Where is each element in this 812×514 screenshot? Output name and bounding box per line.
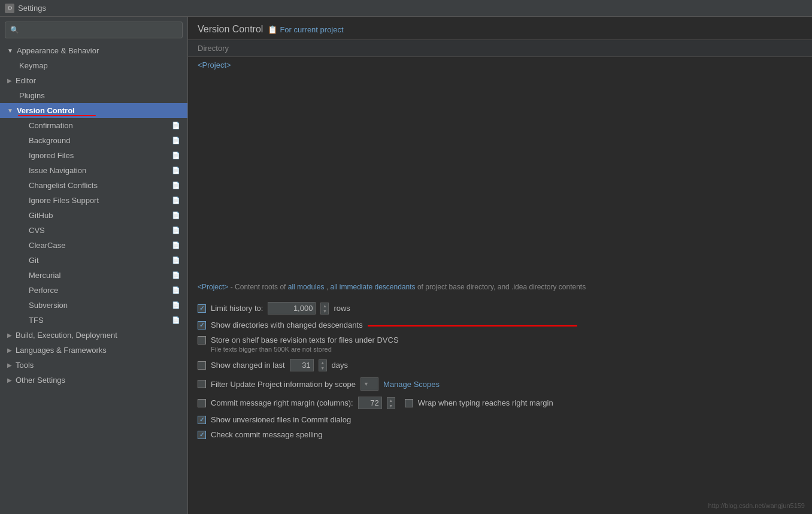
show-directories-label: Show directories with changed descendant… bbox=[211, 321, 363, 329]
page-icon: 📄 bbox=[172, 196, 180, 204]
wrap-checkbox[interactable] bbox=[405, 399, 413, 407]
sidebar-item-tfs[interactable]: TFS 📄 bbox=[0, 313, 187, 328]
show-directories-checkbox[interactable] bbox=[198, 321, 206, 329]
page-icon: 📄 bbox=[172, 271, 180, 279]
arrow-icon: ▶ bbox=[7, 377, 12, 383]
all-descendants-ref: all immediate descendants bbox=[330, 283, 415, 291]
commit-margin-label: Commit message right margin (columns): bbox=[211, 398, 353, 407]
spinner-up-3[interactable]: ▲ bbox=[387, 398, 395, 403]
project-ref: <Project> bbox=[198, 283, 228, 291]
filter-scope-select[interactable]: ▼ bbox=[360, 377, 378, 391]
page-icon: 📄 bbox=[172, 182, 180, 189]
sidebar-item-github[interactable]: GitHub 📄 bbox=[0, 208, 187, 223]
content-header: Version Control 📋 For current project bbox=[188, 17, 812, 40]
all-modules-ref: all modules bbox=[288, 283, 325, 291]
sidebar-item-build[interactable]: ▶ Build, Execution, Deployment bbox=[0, 328, 187, 343]
sidebar-item-version-control[interactable]: ▼ Version Control bbox=[0, 103, 187, 118]
show-changed-spinner[interactable]: ▲ ▼ bbox=[319, 359, 327, 371]
sidebar-item-languages[interactable]: ▶ Languages & Frameworks bbox=[0, 343, 187, 358]
store-on-shelf-note: File texts bigger than 500K are not stor… bbox=[211, 346, 802, 353]
show-unversioned-label: Show unversioned files in Commit dialog bbox=[211, 415, 351, 424]
check-spelling-row: Check commit message spelling bbox=[198, 430, 802, 439]
directory-header: Directory bbox=[188, 40, 812, 57]
info-text: <Project> - Content roots of all modules… bbox=[188, 277, 812, 297]
sidebar-item-confirmation[interactable]: Confirmation 📄 bbox=[0, 118, 187, 133]
limit-history-row: Limit history to: ▲ ▼ rows bbox=[198, 302, 802, 315]
spinner-down-3[interactable]: ▼ bbox=[387, 403, 395, 409]
limit-history-input[interactable] bbox=[268, 302, 316, 315]
sidebar-item-clearcase[interactable]: ClearCase 📄 bbox=[0, 238, 187, 253]
page-icon: 📄 bbox=[172, 316, 180, 324]
limit-history-spinner[interactable]: ▲ ▼ bbox=[320, 303, 329, 315]
table-row: <Project> bbox=[188, 57, 812, 74]
sidebar-item-keymap[interactable]: Keymap bbox=[0, 58, 187, 73]
content-area: Version Control 📋 For current project Di… bbox=[188, 17, 812, 514]
show-changed-input[interactable] bbox=[290, 359, 314, 371]
store-on-shelf-label: Store on shelf base revision texts for f… bbox=[211, 335, 399, 344]
filter-update-row: Filter Update Project information by sco… bbox=[198, 377, 802, 391]
commit-margin-spinner[interactable]: ▲ ▼ bbox=[387, 397, 395, 409]
title-bar-text: Settings bbox=[18, 4, 46, 13]
limit-history-suffix: rows bbox=[334, 304, 350, 313]
sidebar-item-changelist-conflicts[interactable]: Changelist Conflicts 📄 bbox=[0, 178, 187, 193]
sidebar-item-mercurial[interactable]: Mercurial 📄 bbox=[0, 268, 187, 283]
main-layout: 🔍 ▼ Appearance & Behavior Keymap ▶ Edito… bbox=[0, 17, 812, 514]
arrow-icon: ▼ bbox=[7, 47, 13, 54]
commit-margin-checkbox[interactable] bbox=[198, 399, 206, 407]
spinner-down[interactable]: ▼ bbox=[321, 309, 328, 314]
show-directories-row: Show directories with changed descendant… bbox=[198, 321, 802, 329]
check-spelling-label: Check commit message spelling bbox=[211, 430, 322, 439]
sidebar-item-other[interactable]: ▶ Other Settings bbox=[0, 373, 187, 388]
page-icon: 📄 bbox=[172, 226, 180, 234]
sidebar: 🔍 ▼ Appearance & Behavior Keymap ▶ Edito… bbox=[0, 17, 188, 514]
empty-area bbox=[188, 73, 812, 277]
title-bar: ⚙ Settings bbox=[0, 0, 812, 17]
show-changed-label: Show changed in last bbox=[211, 361, 285, 370]
content-body: Directory <Project> <Project> - Content … bbox=[188, 40, 812, 514]
sidebar-item-ignored-files[interactable]: Ignored Files 📄 bbox=[0, 148, 187, 163]
sidebar-item-git[interactable]: Git 📄 bbox=[0, 253, 187, 268]
sidebar-item-appearance[interactable]: ▼ Appearance & Behavior bbox=[0, 43, 187, 58]
sidebar-item-cvs[interactable]: CVS 📄 bbox=[0, 223, 187, 238]
sidebar-item-ignore-files-support[interactable]: Ignore Files Support 📄 bbox=[0, 193, 187, 208]
check-spelling-checkbox[interactable] bbox=[198, 431, 206, 439]
page-icon: 📄 bbox=[172, 122, 180, 129]
page-icon: 📄 bbox=[172, 137, 180, 144]
sidebar-item-plugins[interactable]: Plugins bbox=[0, 88, 187, 103]
commit-margin-input[interactable] bbox=[358, 397, 382, 409]
sidebar-item-background[interactable]: Background 📄 bbox=[0, 133, 187, 148]
sidebar-item-perforce[interactable]: Perforce 📄 bbox=[0, 283, 187, 298]
filter-update-checkbox[interactable] bbox=[198, 380, 206, 388]
wrap-label: Wrap when typing reaches right margin bbox=[418, 398, 553, 407]
search-input[interactable] bbox=[23, 26, 177, 35]
limit-history-checkbox[interactable] bbox=[198, 304, 206, 313]
arrow-icon: ▶ bbox=[7, 362, 12, 368]
sidebar-item-issue-navigation[interactable]: Issue Navigation 📄 bbox=[0, 163, 187, 178]
spinner-up[interactable]: ▲ bbox=[321, 303, 328, 309]
page-icon: 📄 bbox=[172, 152, 180, 159]
spinner-down-2[interactable]: ▼ bbox=[319, 365, 326, 371]
project-row: <Project> bbox=[188, 57, 812, 74]
page-icon: 📄 bbox=[172, 256, 180, 264]
filter-update-label: Filter Update Project information by sco… bbox=[211, 380, 356, 389]
page-icon: 📄 bbox=[172, 211, 180, 219]
store-on-shelf-checkbox[interactable] bbox=[198, 336, 206, 344]
manage-scopes-link[interactable]: Manage Scopes bbox=[383, 380, 440, 389]
sidebar-item-subversion[interactable]: Subversion 📄 bbox=[0, 298, 187, 313]
sidebar-item-tools[interactable]: ▶ Tools bbox=[0, 358, 187, 373]
spinner-up-2[interactable]: ▲ bbox=[319, 360, 326, 365]
store-on-shelf-row: Store on shelf base revision texts for f… bbox=[198, 335, 802, 344]
arrow-icon: ▶ bbox=[7, 77, 12, 84]
search-icon: 🔍 bbox=[10, 26, 19, 34]
watermark: http://blog.csdn.net/wangjun5159 bbox=[708, 502, 805, 509]
arrow-icon: ▶ bbox=[7, 347, 12, 353]
sidebar-item-editor[interactable]: ▶ Editor bbox=[0, 73, 187, 88]
content-title: Version Control bbox=[198, 24, 263, 35]
page-icon: 📄 bbox=[172, 241, 180, 249]
show-unversioned-checkbox[interactable] bbox=[198, 416, 206, 424]
directory-table: Directory <Project> bbox=[188, 40, 812, 73]
show-changed-checkbox[interactable] bbox=[198, 361, 206, 370]
show-changed-suffix: days bbox=[332, 361, 348, 370]
show-unversioned-row: Show unversioned files in Commit dialog bbox=[198, 415, 802, 424]
search-box[interactable]: 🔍 bbox=[5, 22, 183, 38]
